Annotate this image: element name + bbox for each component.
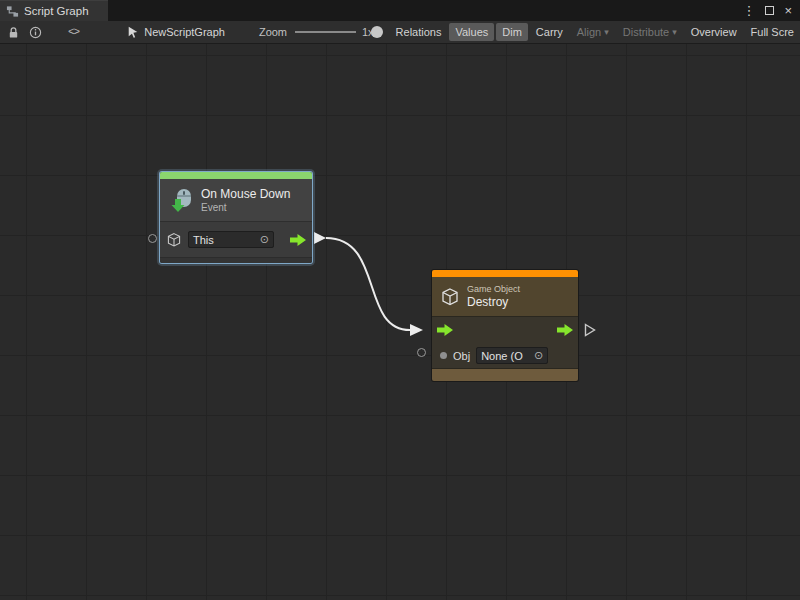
game-object-cube-icon	[166, 232, 182, 248]
target-object-value: This	[193, 234, 214, 246]
zoom-slider[interactable]	[295, 26, 356, 38]
button-label: Overview	[691, 26, 737, 38]
close-button[interactable]: ×	[784, 4, 792, 17]
node-subtitle: Event	[201, 202, 290, 213]
object-picker-icon[interactable]: ⊙	[534, 349, 543, 362]
script-graph-window: Script Graph ⋮ × <>	[0, 0, 800, 600]
graph-asset[interactable]: NewScriptGraph	[127, 26, 225, 38]
window-menu-button[interactable]: ⋮	[742, 4, 755, 17]
button-label: Dim	[502, 26, 522, 38]
button-label: Relations	[396, 26, 442, 38]
button-label: Full Scre	[751, 26, 794, 38]
connection-wire	[0, 44, 800, 600]
flow-port-row	[432, 316, 578, 343]
toolbar-button-align[interactable]: Align ▾	[571, 23, 615, 41]
flow-output-port[interactable]	[290, 234, 306, 246]
node-on-mouse-down[interactable]: On Mouse Down Event This ⊙	[160, 172, 312, 263]
button-label: Distribute	[623, 26, 669, 38]
graph-canvas[interactable]: On Mouse Down Event This ⊙	[0, 44, 800, 600]
info-icon[interactable]	[29, 26, 42, 39]
window-controls: ⋮ ×	[742, 0, 800, 21]
destroy-node-obj-input-port[interactable]	[417, 348, 426, 357]
node-category: Game Object	[467, 284, 520, 294]
node-footer	[160, 257, 312, 263]
value-port-row: Obj None (O ⊙	[432, 343, 578, 368]
obj-port-label: Obj	[453, 350, 470, 362]
node-title: On Mouse Down	[201, 187, 290, 201]
graph-name-label: NewScriptGraph	[144, 26, 225, 38]
chevron-down-icon: ▾	[672, 27, 677, 37]
button-label: Values	[455, 26, 488, 38]
obj-object-field[interactable]: None (O ⊙	[476, 347, 548, 364]
node-port-row: This ⊙	[160, 221, 312, 257]
zoom-label: Zoom	[259, 26, 287, 38]
flow-output-port[interactable]	[557, 324, 573, 336]
maximize-button[interactable]	[765, 6, 774, 15]
node-footer	[432, 368, 578, 381]
toolbar-button-overview[interactable]: Overview	[685, 23, 743, 41]
toolbar-button-fullscreen[interactable]: Full Scre	[745, 23, 800, 41]
flow-input-port[interactable]	[437, 324, 453, 336]
code-view-icon[interactable]: <>	[68, 26, 79, 38]
script-graph-icon	[6, 5, 19, 18]
node-destroy[interactable]: Game Object Destroy Obj	[432, 270, 578, 381]
obj-object-value: None (O	[481, 350, 523, 362]
chevron-down-icon: ▾	[604, 27, 609, 37]
graph-cursor-icon	[127, 26, 139, 38]
toolbar-buttons: Relations Values Dim Carry Align ▾ Distr…	[390, 23, 800, 41]
node-header[interactable]: Game Object Destroy	[432, 277, 578, 316]
tab-bar: Script Graph ⋮ ×	[0, 0, 800, 21]
node-title: Destroy	[467, 295, 520, 309]
button-label: Carry	[536, 26, 563, 38]
toolbar-button-relations[interactable]: Relations	[390, 23, 448, 41]
graph-toolbar: <> NewScriptGraph Zoom 1x Relations Valu…	[0, 21, 800, 44]
tab-script-graph[interactable]: Script Graph	[0, 0, 108, 21]
node-accent-strip	[432, 270, 578, 277]
toolbar-button-carry[interactable]: Carry	[530, 23, 569, 41]
button-label: Align	[577, 26, 601, 38]
node-header[interactable]: On Mouse Down Event	[160, 179, 312, 221]
zoom-slider-knob[interactable]	[371, 26, 383, 38]
mouse-down-event-icon	[168, 187, 194, 213]
toolbar-button-dim[interactable]: Dim	[496, 23, 528, 41]
node-accent-strip	[160, 172, 312, 179]
game-object-cube-icon	[440, 287, 460, 307]
mouse-node-value-input-port[interactable]	[148, 234, 157, 243]
lock-icon[interactable]	[7, 26, 20, 39]
zoom-slider-track	[295, 31, 356, 33]
destroy-flow-continue-port[interactable]	[584, 323, 596, 341]
target-object-field[interactable]: This ⊙	[188, 231, 274, 248]
toolbar-button-values[interactable]: Values	[449, 23, 494, 41]
tab-label: Script Graph	[24, 5, 89, 17]
toolbar-button-distribute[interactable]: Distribute ▾	[617, 23, 683, 41]
value-port-dot[interactable]	[440, 352, 447, 359]
object-picker-icon[interactable]: ⊙	[260, 233, 269, 246]
